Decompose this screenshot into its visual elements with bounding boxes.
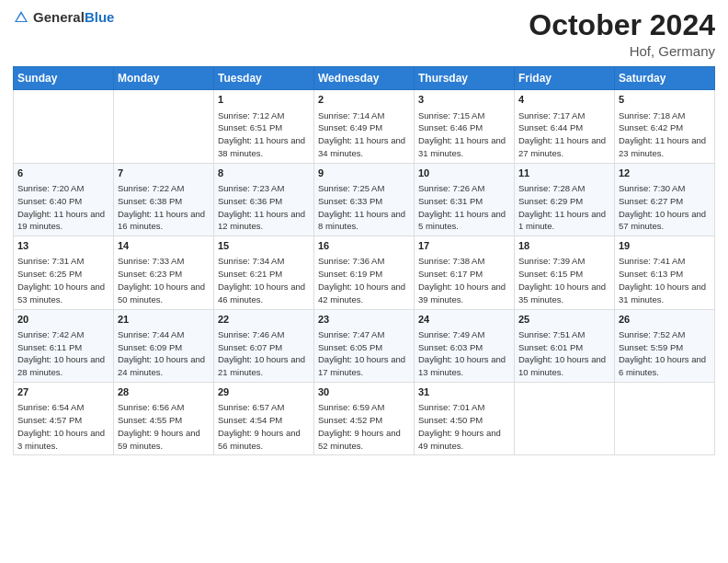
calendar-cell: 1Sunrise: 7:12 AM Sunset: 6:51 PM Daylig… — [214, 90, 314, 163]
day-number: 3 — [418, 93, 510, 107]
calendar-cell: 4Sunrise: 7:17 AM Sunset: 6:44 PM Daylig… — [515, 90, 615, 163]
calendar-cell: 5Sunrise: 7:18 AM Sunset: 6:42 PM Daylig… — [615, 90, 715, 163]
calendar-cell: 29Sunrise: 6:57 AM Sunset: 4:54 PM Dayli… — [214, 383, 314, 455]
day-info: Sunrise: 7:51 AM Sunset: 6:01 PM Dayligh… — [518, 328, 610, 379]
day-number: 9 — [318, 167, 410, 180]
calendar-cell: 27Sunrise: 6:54 AM Sunset: 4:57 PM Dayli… — [14, 383, 114, 455]
calendar-cell — [114, 90, 214, 163]
day-number: 22 — [218, 313, 310, 327]
page: GeneralBlue October 2024 Hof, Germany Su… — [0, 0, 728, 563]
day-number: 31 — [418, 385, 510, 399]
weekday-header: Saturday — [615, 67, 715, 90]
day-number: 4 — [518, 93, 610, 107]
day-info: Sunrise: 7:39 AM Sunset: 6:15 PM Dayligh… — [518, 255, 610, 305]
calendar-cell: 16Sunrise: 7:36 AM Sunset: 6:19 PM Dayli… — [314, 236, 415, 309]
day-number: 20 — [17, 313, 109, 327]
calendar-week-row: 1Sunrise: 7:12 AM Sunset: 6:51 PM Daylig… — [14, 90, 715, 163]
day-number: 16 — [318, 239, 410, 253]
day-info: Sunrise: 7:12 AM Sunset: 6:51 PM Dayligh… — [218, 109, 310, 160]
day-info: Sunrise: 6:56 AM Sunset: 4:55 PM Dayligh… — [118, 401, 210, 452]
weekday-header: Monday — [114, 67, 214, 90]
day-info: Sunrise: 7:31 AM Sunset: 6:25 PM Dayligh… — [17, 255, 109, 305]
day-info: Sunrise: 7:33 AM Sunset: 6:23 PM Dayligh… — [118, 255, 210, 305]
day-info: Sunrise: 7:34 AM Sunset: 6:21 PM Dayligh… — [218, 255, 310, 305]
calendar-week-row: 6Sunrise: 7:20 AM Sunset: 6:40 PM Daylig… — [14, 163, 715, 236]
day-number: 23 — [318, 313, 410, 327]
day-number: 21 — [118, 313, 210, 327]
day-number: 24 — [418, 313, 510, 327]
calendar-cell: 13Sunrise: 7:31 AM Sunset: 6:25 PM Dayli… — [14, 236, 114, 309]
day-number: 18 — [518, 239, 610, 253]
logo-blue: Blue — [85, 9, 115, 25]
calendar-cell — [615, 383, 715, 455]
logo-text: GeneralBlue — [33, 9, 114, 26]
calendar-cell: 12Sunrise: 7:30 AM Sunset: 6:27 PM Dayli… — [615, 163, 715, 236]
weekday-header: Tuesday — [214, 67, 314, 90]
day-number: 29 — [218, 385, 310, 399]
day-info: Sunrise: 7:47 AM Sunset: 6:05 PM Dayligh… — [318, 328, 410, 379]
day-info: Sunrise: 7:41 AM Sunset: 6:13 PM Dayligh… — [619, 255, 711, 305]
calendar-cell: 26Sunrise: 7:52 AM Sunset: 5:59 PM Dayli… — [615, 309, 715, 382]
day-number: 27 — [17, 385, 109, 399]
day-number: 28 — [118, 385, 210, 399]
weekday-header: Wednesday — [314, 67, 415, 90]
day-info: Sunrise: 7:25 AM Sunset: 6:33 PM Dayligh… — [318, 182, 410, 233]
day-info: Sunrise: 6:54 AM Sunset: 4:57 PM Dayligh… — [17, 401, 109, 452]
weekday-header: Sunday — [14, 67, 114, 90]
location-title: Hof, Germany — [529, 43, 715, 59]
day-info: Sunrise: 7:46 AM Sunset: 6:07 PM Dayligh… — [218, 328, 310, 379]
calendar-cell: 19Sunrise: 7:41 AM Sunset: 6:13 PM Dayli… — [615, 236, 715, 309]
calendar-cell: 18Sunrise: 7:39 AM Sunset: 6:15 PM Dayli… — [515, 236, 615, 309]
day-info: Sunrise: 7:26 AM Sunset: 6:31 PM Dayligh… — [418, 182, 510, 233]
calendar-cell: 24Sunrise: 7:49 AM Sunset: 6:03 PM Dayli… — [415, 309, 515, 382]
day-info: Sunrise: 7:30 AM Sunset: 6:27 PM Dayligh… — [619, 182, 711, 233]
day-info: Sunrise: 7:15 AM Sunset: 6:46 PM Dayligh… — [418, 109, 510, 160]
calendar-cell — [14, 90, 114, 163]
day-info: Sunrise: 7:28 AM Sunset: 6:29 PM Dayligh… — [518, 182, 610, 233]
calendar-week-row: 20Sunrise: 7:42 AM Sunset: 6:11 PM Dayli… — [14, 309, 715, 382]
weekday-header-row: SundayMondayTuesdayWednesdayThursdayFrid… — [14, 67, 715, 90]
calendar-cell: 23Sunrise: 7:47 AM Sunset: 6:05 PM Dayli… — [314, 309, 415, 382]
calendar-cell: 21Sunrise: 7:44 AM Sunset: 6:09 PM Dayli… — [114, 309, 214, 382]
day-number: 13 — [17, 239, 109, 253]
day-info: Sunrise: 7:01 AM Sunset: 4:50 PM Dayligh… — [418, 401, 510, 452]
calendar-cell: 20Sunrise: 7:42 AM Sunset: 6:11 PM Dayli… — [14, 309, 114, 382]
day-number: 11 — [518, 167, 610, 180]
logo-icon — [13, 9, 29, 26]
calendar-week-row: 27Sunrise: 6:54 AM Sunset: 4:57 PM Dayli… — [14, 383, 715, 455]
calendar-cell: 31Sunrise: 7:01 AM Sunset: 4:50 PM Dayli… — [415, 383, 515, 455]
day-number: 12 — [619, 167, 711, 180]
day-number: 6 — [17, 167, 109, 180]
day-info: Sunrise: 7:52 AM Sunset: 5:59 PM Dayligh… — [619, 328, 711, 379]
calendar-cell: 25Sunrise: 7:51 AM Sunset: 6:01 PM Dayli… — [515, 309, 615, 382]
calendar: SundayMondayTuesdayWednesdayThursdayFrid… — [13, 66, 715, 455]
day-info: Sunrise: 7:23 AM Sunset: 6:36 PM Dayligh… — [218, 182, 310, 233]
day-number: 14 — [118, 239, 210, 253]
day-info: Sunrise: 7:17 AM Sunset: 6:44 PM Dayligh… — [518, 109, 610, 160]
calendar-cell: 8Sunrise: 7:23 AM Sunset: 6:36 PM Daylig… — [214, 163, 314, 236]
day-number: 2 — [318, 93, 410, 107]
day-info: Sunrise: 7:22 AM Sunset: 6:38 PM Dayligh… — [118, 182, 210, 233]
day-number: 19 — [619, 239, 711, 253]
day-info: Sunrise: 6:57 AM Sunset: 4:54 PM Dayligh… — [218, 401, 310, 452]
day-info: Sunrise: 7:42 AM Sunset: 6:11 PM Dayligh… — [17, 328, 109, 379]
day-info: Sunrise: 7:18 AM Sunset: 6:42 PM Dayligh… — [619, 109, 711, 160]
day-info: Sunrise: 7:14 AM Sunset: 6:49 PM Dayligh… — [318, 109, 410, 160]
calendar-week-row: 13Sunrise: 7:31 AM Sunset: 6:25 PM Dayli… — [14, 236, 715, 309]
calendar-cell: 9Sunrise: 7:25 AM Sunset: 6:33 PM Daylig… — [314, 163, 415, 236]
day-number: 30 — [318, 385, 410, 399]
month-title: October 2024 — [529, 9, 715, 41]
logo: GeneralBlue — [13, 9, 114, 26]
day-info: Sunrise: 7:49 AM Sunset: 6:03 PM Dayligh… — [418, 328, 510, 379]
calendar-cell: 3Sunrise: 7:15 AM Sunset: 6:46 PM Daylig… — [415, 90, 515, 163]
day-info: Sunrise: 7:20 AM Sunset: 6:40 PM Dayligh… — [17, 182, 109, 233]
calendar-cell: 14Sunrise: 7:33 AM Sunset: 6:23 PM Dayli… — [114, 236, 214, 309]
calendar-cell: 6Sunrise: 7:20 AM Sunset: 6:40 PM Daylig… — [14, 163, 114, 236]
weekday-header: Friday — [515, 67, 615, 90]
calendar-cell: 17Sunrise: 7:38 AM Sunset: 6:17 PM Dayli… — [415, 236, 515, 309]
calendar-cell: 15Sunrise: 7:34 AM Sunset: 6:21 PM Dayli… — [214, 236, 314, 309]
calendar-cell: 28Sunrise: 6:56 AM Sunset: 4:55 PM Dayli… — [114, 383, 214, 455]
weekday-header: Thursday — [415, 67, 515, 90]
day-info: Sunrise: 7:38 AM Sunset: 6:17 PM Dayligh… — [418, 255, 510, 305]
day-number: 1 — [218, 93, 310, 107]
